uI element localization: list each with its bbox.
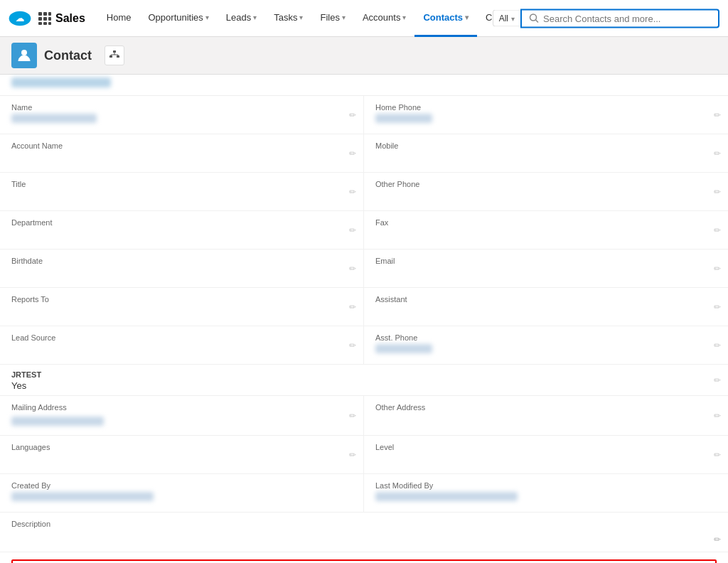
chevron-down-icon: ▾ (205, 14, 209, 21)
edit-department-icon[interactable]: ✏ (349, 225, 356, 235)
field-department: Department ✏ (0, 211, 364, 250)
field-last-modified: Last Modified By (364, 474, 728, 513)
app-name: Sales (55, 12, 85, 25)
nav-tasks[interactable]: Tasks ▾ (265, 0, 311, 37)
edit-other-address-icon[interactable]: ✏ (714, 411, 721, 421)
chevron-down-icon: ▾ (342, 14, 346, 21)
edit-asst-phone-icon[interactable]: ✏ (714, 341, 721, 350)
edit-title-icon[interactable]: ✏ (349, 187, 356, 197)
edit-reports-to-icon[interactable]: ✏ (349, 302, 356, 312)
salesforce-logo[interactable]: ☁ (9, 7, 31, 30)
field-fax: Fax ✏ (364, 211, 728, 250)
edit-other-phone-icon[interactable]: ✏ (714, 187, 721, 197)
svg-point-11 (530, 14, 537, 21)
field-assistant: Assistant ✏ (364, 288, 728, 326)
field-asst-phone: Asst. Phone ✏ (364, 326, 728, 365)
field-languages: Languages ✏ (0, 436, 364, 474)
field-name: Name ✏ (0, 96, 364, 134)
field-lead-source: Lead Source ✏ (0, 326, 364, 365)
field-level: Level ✏ (364, 436, 728, 474)
search-box (520, 9, 719, 28)
search-input[interactable] (543, 13, 711, 23)
svg-text:☁: ☁ (16, 14, 24, 23)
chevron-down-icon: ▾ (511, 14, 515, 22)
chevron-down-icon: ▾ (299, 14, 303, 21)
record-top-section (0, 75, 728, 96)
nav-home[interactable]: Home (98, 0, 140, 37)
asst-phone-value (375, 344, 432, 353)
svg-rect-10 (48, 22, 51, 25)
field-mailing-address: Mailing Address ✏ (0, 396, 364, 436)
audit-section: Created By Last Modified By (0, 474, 728, 513)
name-value (11, 114, 97, 123)
nav-groups[interactable]: Groups ▾ (722, 0, 728, 37)
search-container: All ▾ (493, 9, 719, 28)
svg-rect-7 (48, 17, 51, 21)
field-description: Description ✏ (0, 513, 728, 552)
edit-birthdate-icon[interactable]: ✏ (349, 264, 356, 274)
edit-account-name-icon[interactable]: ✏ (349, 149, 356, 159)
subheader-actions (105, 45, 124, 65)
search-scope-selector[interactable]: All ▾ (493, 10, 520, 27)
svg-rect-9 (43, 22, 47, 25)
nav-files[interactable]: Files ▾ (311, 0, 353, 37)
svg-rect-4 (48, 12, 51, 16)
svg-rect-2 (38, 12, 42, 16)
chevron-down-icon: ▾ (253, 14, 257, 21)
field-birthdate: Birthdate ✏ (0, 250, 364, 288)
record-subheader: Contact (0, 37, 728, 75)
field-account-name: Account Name ✏ (0, 134, 364, 173)
jrtest-section: JRTEST Yes ✏ (0, 365, 728, 396)
nav-leads[interactable]: Leads ▾ (218, 0, 265, 37)
edit-jrtest-icon[interactable]: ✏ (714, 375, 721, 385)
nav-accounts[interactable]: Accounts ▾ (354, 0, 414, 37)
hierarchy-button[interactable] (105, 45, 124, 65)
last-modified-value (375, 492, 518, 501)
nav-contacts[interactable]: Contacts ▾ (414, 0, 477, 37)
svg-rect-16 (117, 55, 119, 58)
field-created-by: Created By (0, 474, 364, 513)
person-icon (17, 48, 31, 63)
svg-rect-6 (43, 17, 47, 21)
field-email: Email ✏ (364, 250, 728, 288)
created-by-value (11, 492, 154, 501)
field-mobile: Mobile ✏ (364, 134, 728, 173)
mail-drop-section: Postalytics Mail Drop 572 Event Status M… (11, 559, 717, 563)
edit-level-icon[interactable]: ✏ (714, 450, 721, 460)
edit-lead-source-icon[interactable]: ✏ (349, 341, 356, 350)
address-section: Mailing Address ✏ Other Address ✏ (0, 396, 728, 436)
edit-description-icon[interactable]: ✏ (714, 535, 721, 545)
svg-rect-5 (38, 17, 42, 21)
svg-line-12 (536, 20, 539, 23)
top-navigation: ☁ Sales Home Opportunities ▾ Leads ▾ Tas… (0, 0, 728, 37)
field-other-address: Other Address ✏ (364, 396, 728, 436)
mailing-address-value (11, 417, 104, 426)
contact-icon (11, 43, 37, 68)
edit-email-icon[interactable]: ✏ (714, 264, 721, 274)
svg-point-13 (21, 50, 27, 55)
chevron-down-icon: ▾ (465, 14, 469, 21)
app-launcher-icon[interactable] (38, 9, 51, 28)
svg-rect-8 (38, 22, 42, 25)
field-other-phone: Other Phone ✏ (364, 173, 728, 211)
contact-email-link[interactable] (11, 77, 111, 87)
edit-languages-icon[interactable]: ✏ (349, 450, 356, 460)
hierarchy-icon (109, 50, 120, 61)
edit-mobile-icon[interactable]: ✏ (714, 149, 721, 159)
edit-name-icon[interactable]: ✏ (349, 110, 356, 120)
record-content: Name ✏ Home Phone ✏ Account Name ✏ Mobil… (0, 75, 728, 563)
svg-rect-3 (43, 12, 47, 16)
chevron-down-icon: ▾ (402, 14, 406, 21)
languages-level-section: Languages ✏ Level ✏ (0, 436, 728, 474)
edit-fax-icon[interactable]: ✏ (714, 225, 721, 235)
edit-mailing-address-icon[interactable]: ✏ (349, 411, 356, 421)
field-reports-to: Reports To ✏ (0, 288, 364, 326)
edit-assistant-icon[interactable]: ✏ (714, 302, 721, 312)
search-icon (529, 14, 539, 23)
record-type-label: Contact (44, 48, 92, 63)
svg-rect-14 (113, 50, 116, 53)
home-phone-value (375, 114, 432, 123)
nav-opportunities[interactable]: Opportunities ▾ (140, 0, 218, 37)
edit-home-phone-icon[interactable]: ✏ (714, 110, 721, 120)
field-home-phone: Home Phone ✏ (364, 96, 728, 134)
